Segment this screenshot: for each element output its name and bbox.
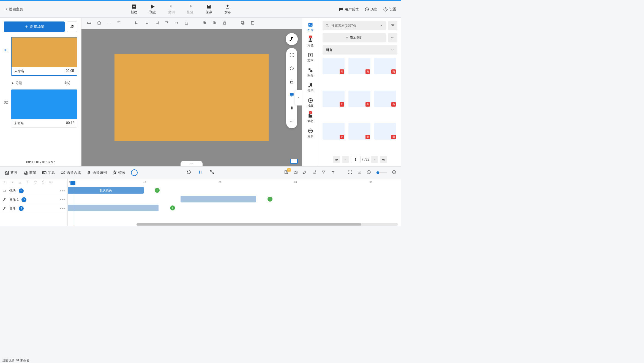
more-options-button[interactable]	[388, 33, 397, 42]
track-music[interactable]: 音乐 ?	[0, 204, 67, 213]
tab-more[interactable]: 更多	[307, 127, 313, 139]
add-image-button[interactable]: 添加图片	[323, 33, 386, 42]
zoom-in-icon[interactable]	[203, 21, 207, 26]
asset-tile[interactable]: 商	[323, 58, 345, 74]
camera-clip[interactable]: 默认镜头	[68, 187, 144, 194]
settings-icon[interactable]	[312, 170, 316, 175]
fullscreen-icon[interactable]	[287, 51, 296, 59]
edit-icon[interactable]	[303, 170, 307, 175]
last-page-button[interactable]: ⏭	[380, 156, 387, 163]
fg-tab[interactable]: 前景	[23, 170, 36, 175]
fx-tab[interactable]: 特效	[112, 170, 125, 175]
eye-icon[interactable]	[49, 180, 53, 185]
align-left-icon[interactable]	[117, 21, 121, 26]
export-button[interactable]: V	[284, 170, 288, 175]
split-row[interactable]: 分割 2(s)	[4, 80, 77, 85]
track-music1[interactable]: 音乐 1 ?	[0, 195, 67, 204]
tts-tab[interactable]: 语音合成	[61, 170, 81, 175]
bg-tab[interactable]: 背景	[4, 170, 18, 175]
asset-tile[interactable]: 商	[323, 123, 345, 140]
align-b-icon[interactable]	[184, 21, 189, 26]
asset-tile[interactable]: 商	[374, 123, 396, 140]
timeline-ruler[interactable]: 0s 1s 2s 3s 4s	[68, 179, 401, 186]
asset-tile[interactable]: 商	[348, 123, 370, 140]
new-scene-button[interactable]: 新建场景	[4, 21, 65, 32]
next-page-button[interactable]: ›	[371, 156, 378, 163]
tab-music[interactable]: 音乐	[307, 82, 313, 94]
filter-icon[interactable]	[321, 170, 326, 175]
filter-button[interactable]	[388, 21, 397, 30]
save-button[interactable]: 保存	[206, 4, 212, 15]
redo-button[interactable]: 恢复	[187, 4, 193, 15]
tab-shape[interactable]: 图形	[307, 66, 313, 79]
zoom-out-icon[interactable]	[212, 21, 217, 26]
scene-music-button[interactable]	[67, 21, 77, 32]
more-tools-button[interactable]: ⋯	[131, 169, 138, 176]
zoom-slider[interactable]	[376, 172, 387, 173]
publish-button[interactable]: 发布	[224, 4, 231, 15]
tab-role[interactable]: N角色	[307, 36, 313, 48]
asset-tile[interactable]: 商	[374, 91, 396, 107]
adjust-icon[interactable]	[331, 170, 335, 175]
category-select[interactable]: 所有	[323, 45, 397, 55]
help-icon[interactable]: ?	[19, 206, 24, 211]
folder-in-icon[interactable]	[3, 180, 7, 185]
add-clip-button[interactable]: +	[170, 205, 175, 210]
tab-text[interactable]: 文本	[307, 51, 313, 64]
folder-out-icon[interactable]	[10, 180, 14, 185]
ratio-icon[interactable]	[357, 170, 362, 175]
align-m-icon[interactable]	[174, 21, 179, 26]
settings-button[interactable]: 设置	[383, 7, 396, 12]
align-c-icon[interactable]	[145, 21, 149, 26]
tab-video[interactable]: 视频	[307, 97, 313, 109]
zoom-out-tl-icon[interactable]	[367, 170, 371, 175]
download-icon[interactable]	[18, 180, 22, 185]
mobile-icon[interactable]	[287, 104, 296, 112]
align-t-icon[interactable]	[165, 21, 169, 26]
playhead[interactable]	[73, 179, 73, 226]
asset-tile[interactable]: 商	[374, 58, 396, 74]
preview-button[interactable]: 预览	[149, 4, 156, 15]
canvas-collapse-handle[interactable]	[181, 161, 203, 166]
home-icon[interactable]	[97, 21, 101, 26]
canvas[interactable]	[114, 54, 269, 141]
copy-icon[interactable]	[241, 21, 245, 26]
scene-item-2[interactable]: 02 未命名00:12	[4, 89, 77, 128]
paste-icon[interactable]	[250, 21, 255, 26]
history-button[interactable]: 历史	[364, 7, 378, 12]
subtitle-tab[interactable]: 字幕	[42, 170, 55, 175]
unlock-icon[interactable]	[287, 77, 296, 86]
ruler-icon[interactable]	[87, 21, 91, 26]
tab-image[interactable]: 图片	[307, 21, 313, 33]
add-clip-button[interactable]: +	[268, 197, 272, 202]
asr-tab[interactable]: 语音识别	[86, 170, 107, 175]
timeline-scrollbar[interactable]	[137, 223, 398, 226]
lock-track-icon[interactable]	[41, 180, 45, 185]
track-camera[interactable]: 镜头 ?	[0, 186, 67, 195]
audio-clip-2[interactable]	[68, 205, 159, 211]
help-icon[interactable]: ?	[21, 197, 26, 202]
asset-tile[interactable]: 商	[348, 91, 370, 107]
canvas-music-fab[interactable]	[286, 33, 298, 45]
tab-asset[interactable]: N素材	[307, 112, 313, 124]
feedback-button[interactable]: 用户反馈	[339, 7, 359, 12]
fit-icon[interactable]	[348, 170, 352, 175]
trash-icon[interactable]	[34, 180, 37, 185]
expand-right-button[interactable]	[295, 90, 302, 105]
expand-button[interactable]	[209, 170, 214, 176]
more-icon[interactable]	[107, 21, 111, 26]
upload-icon[interactable]	[26, 180, 30, 185]
undo-button[interactable]: 撤销	[168, 4, 175, 15]
page-input[interactable]	[351, 156, 361, 163]
first-page-button[interactable]: ⏮	[333, 156, 340, 163]
help-icon[interactable]: ?	[19, 188, 24, 193]
back-button[interactable]: 返回主页	[4, 7, 23, 12]
lock-icon[interactable]	[222, 21, 227, 26]
more-dots-icon[interactable]	[287, 117, 296, 126]
new-button[interactable]: 新建	[131, 4, 137, 15]
canvas-aspect-badge[interactable]	[290, 159, 298, 164]
align-l-icon[interactable]	[135, 21, 139, 26]
align-r-icon[interactable]	[155, 21, 159, 26]
add-clip-button[interactable]: +	[155, 188, 160, 193]
search-input[interactable]	[323, 21, 386, 30]
